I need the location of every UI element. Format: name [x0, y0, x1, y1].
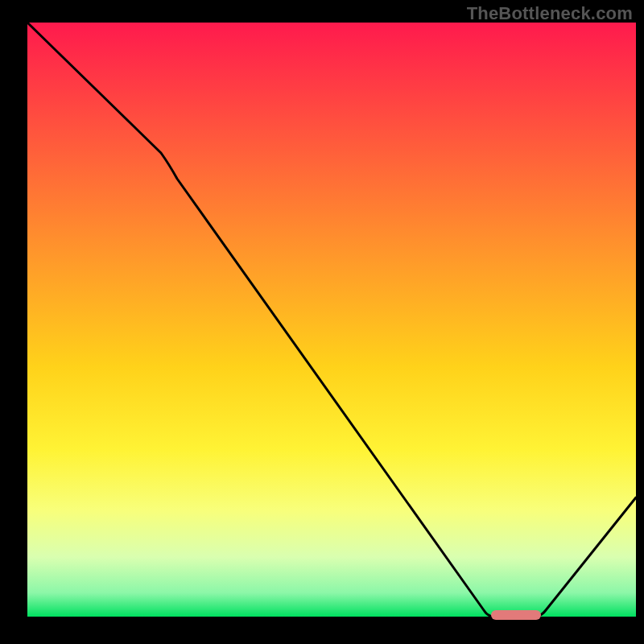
optimal-marker: [491, 610, 541, 620]
bottleneck-chart: TheBottleneck.com: [0, 0, 644, 644]
watermark-label: TheBottleneck.com: [467, 3, 633, 24]
chart-svg: [0, 0, 644, 644]
